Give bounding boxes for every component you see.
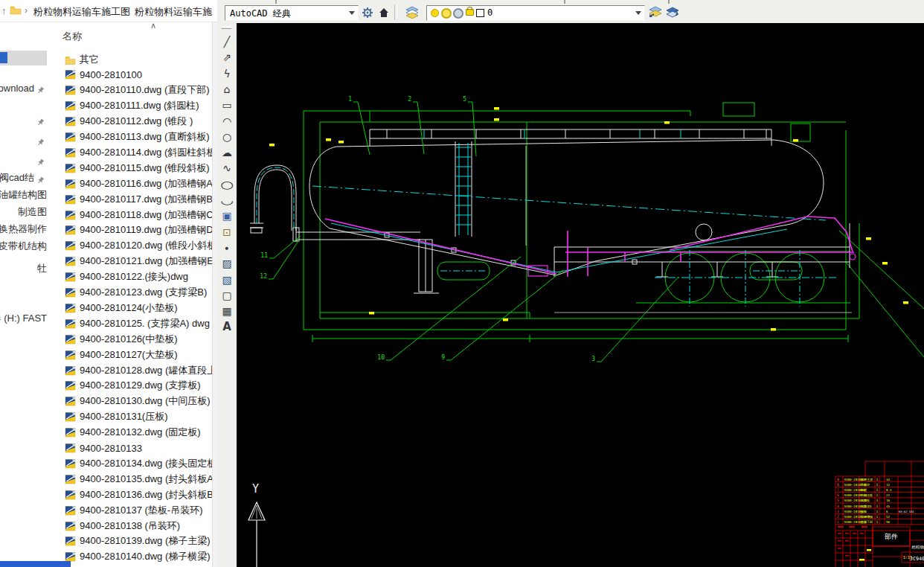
region-tool[interactable]: ▢	[219, 288, 234, 303]
file-row[interactable]: 9400-2810130.dwg (中间压板)	[48, 394, 212, 409]
nav-item[interactable]	[0, 153, 47, 167]
toolbar-grip[interactable]	[222, 26, 231, 29]
house-icon	[378, 7, 390, 19]
workspace-settings-button[interactable]	[359, 4, 375, 20]
file-row[interactable]: 9400-2810111.dwg (斜圆柱)	[48, 98, 212, 114]
file-row[interactable]: 9400-2810126(中垫板)	[48, 331, 212, 347]
file-row[interactable]: 9400-2810100	[48, 67, 212, 83]
file-row[interactable]: 9400-2810138 (吊装环)	[48, 518, 212, 534]
file-row[interactable]: 9400-2810139.dwg (梯子主梁)	[48, 534, 212, 549]
point-tool[interactable]: ∙	[219, 240, 234, 255]
file-row[interactable]: 9400-2810125. (支撑梁A) dwg	[48, 315, 212, 331]
dwg-file-icon	[65, 427, 76, 438]
file-row[interactable]: 9400-2810124(小垫板)	[48, 300, 212, 315]
nav-item[interactable]	[0, 132, 47, 147]
file-row[interactable]: 9400-2810110.dwg (直段下部)	[48, 83, 212, 98]
drawing-canvas[interactable]: 12511121093 Y	[237, 23, 924, 567]
file-row[interactable]: 9400-2810133	[48, 441, 212, 456]
circle-tool[interactable]: ○	[219, 129, 234, 144]
nav-item-[interactable]: 制造图	[0, 205, 47, 220]
file-row[interactable]: 9400-2810117.dwg (加强槽钢B)	[48, 191, 212, 207]
file-row[interactable]: 9400-2810118.dwg (加强槽钢C)	[48, 207, 212, 222]
nav-item-[interactable]: 板换热器制作	[0, 222, 47, 237]
file-row[interactable]: 9400-2810119.dwg (加强槽钢D)	[48, 222, 212, 238]
file-row[interactable]: 9400-2810115.dwg (锥段斜板)	[48, 160, 212, 176]
nav-item-[interactable]: 缩皮带机结构	[0, 239, 47, 254]
revision-cloud-tool[interactable]: ☁	[219, 145, 234, 160]
column-header-name[interactable]: 名称	[62, 30, 82, 43]
file-row[interactable]: 9400-2810113.dwg (直断斜板)	[48, 129, 212, 145]
polyline-tool[interactable]: ϟ	[219, 66, 234, 81]
bom-row-name: 支撑板	[861, 499, 870, 503]
workspace-lock-button[interactable]	[376, 4, 391, 20]
nav-item-[interactable]: 输油罐结构图	[0, 188, 47, 202]
layer-lock-icon[interactable]	[466, 9, 474, 16]
dwg-file-icon	[65, 147, 76, 158]
polygon-tool[interactable]: ⌂	[219, 82, 234, 97]
spline-tool[interactable]: ∿	[219, 161, 234, 176]
dimension-text-mark	[903, 301, 908, 304]
line-tool[interactable]: ╱	[219, 34, 234, 49]
nav-item-HFAST[interactable]: 器 (H:) FAST	[0, 311, 47, 326]
bom-row-qty: 1	[876, 493, 879, 497]
dimension-text-mark	[866, 237, 871, 240]
file-row[interactable]: 9400-2810132.dwg (固定板)	[48, 425, 212, 441]
file-row[interactable]: 9400-2810122.(接头)dwg	[48, 269, 212, 285]
breadcrumb-separator: ›	[25, 5, 28, 16]
nav-item[interactable]	[0, 112, 47, 127]
insert-block-tool[interactable]: ▣	[219, 208, 234, 223]
file-row[interactable]: 9400-2810131(压板)	[48, 409, 212, 425]
sort-caret-icon[interactable]: ∧	[150, 22, 156, 31]
construction-line-tool[interactable]: ⇗	[219, 50, 234, 65]
ellipse-tool[interactable]: ○	[216, 177, 238, 192]
file-row[interactable]: 9400-2810114.dwg (斜圆柱斜板)	[48, 144, 212, 160]
taskbar-fragment[interactable]	[0, 561, 71, 567]
file-row[interactable]: 9400-2810112.dwg (锥段 )	[48, 114, 212, 129]
file-row[interactable]: 9400-2810120.dwg (锥段小斜板)	[48, 238, 212, 254]
file-row[interactable]: 9400-2810129.dwg (支撑板)	[48, 378, 212, 394]
breadcrumb-folder-1[interactable]: 粉粒物料运输车施工图	[33, 5, 130, 19]
hatch-tool[interactable]: ▨	[219, 256, 234, 271]
address-bar[interactable]: ↑ › 粉粒物料运输车施工图 › 粉粒物料运输车施	[0, 0, 217, 22]
layer-freeze-icon[interactable]	[441, 8, 452, 19]
file-row[interactable]: 9400-2810127(大垫板)	[48, 347, 212, 362]
workspace-combobox[interactable]: AutoCAD 经典	[225, 5, 359, 21]
layer-color-swatch[interactable]	[476, 9, 484, 17]
breadcrumb-folder-2[interactable]: 粉粒物料运输车施	[135, 5, 212, 19]
file-name: 9400-2810116.dwg (加强槽钢A)	[80, 177, 212, 190]
file-row[interactable]: 其它	[48, 51, 212, 67]
mtext-tool[interactable]: A	[219, 319, 234, 334]
dwg-file-icon	[65, 411, 76, 422]
up-arrow-icon[interactable]: ↑	[1, 5, 7, 16]
layer-combobox[interactable]: 0	[426, 5, 645, 21]
make-block-tool[interactable]: ⊡	[219, 225, 234, 240]
rectangle-tool[interactable]: ▭	[219, 97, 234, 112]
nav-item-ownload[interactable]: ownload	[0, 80, 47, 95]
file-row[interactable]: 9400-2810123.dwg (支撑梁B)	[48, 285, 212, 301]
file-row[interactable]: 9400-2810135.dwg (封头斜板A)	[48, 471, 212, 487]
layer-vp-icon[interactable]	[453, 8, 463, 19]
file-row[interactable]: 9400-2810137 (垫板-吊装环)	[48, 502, 212, 518]
gradient-tool[interactable]: ▧	[219, 272, 234, 287]
nav-item-cad[interactable]: 球阀cad结	[0, 170, 47, 185]
file-row[interactable]: 9400-2810140.dwg (梯子横梁)	[48, 549, 212, 565]
bom-row-weight: 52	[886, 515, 891, 519]
table-tool[interactable]: ▦	[219, 304, 234, 318]
file-row[interactable]: 9400-2810134.dwg (接头固定板)	[48, 455, 212, 471]
nav-item[interactable]	[0, 51, 47, 65]
layer-properties-button[interactable]	[404, 4, 420, 20]
nav-item-[interactable]: 牡	[0, 261, 47, 276]
layer-on-bulb-icon[interactable]	[431, 9, 439, 17]
bom-row-weight: 12	[886, 483, 891, 487]
arc-tool[interactable]: ◠	[219, 114, 234, 129]
dwg-file-icon	[65, 256, 76, 266]
chevron-down-icon[interactable]	[635, 11, 641, 15]
file-row[interactable]: 9400-2810136.dwg (封头斜板B)	[48, 487, 212, 502]
file-row[interactable]: 9400-2810116.dwg (加强槽钢A)	[48, 176, 212, 191]
file-row[interactable]: 9400-2810128.dwg (罐体直段上部	[48, 362, 212, 378]
make-layer-current-button[interactable]	[647, 4, 663, 20]
layer-previous-button[interactable]	[664, 4, 680, 20]
dimension-text-mark	[882, 262, 888, 265]
ellipse-arc-tool[interactable]: ◡	[216, 193, 238, 208]
file-row[interactable]: 9400-2810121.dwg (加强槽钢E)	[48, 254, 212, 269]
